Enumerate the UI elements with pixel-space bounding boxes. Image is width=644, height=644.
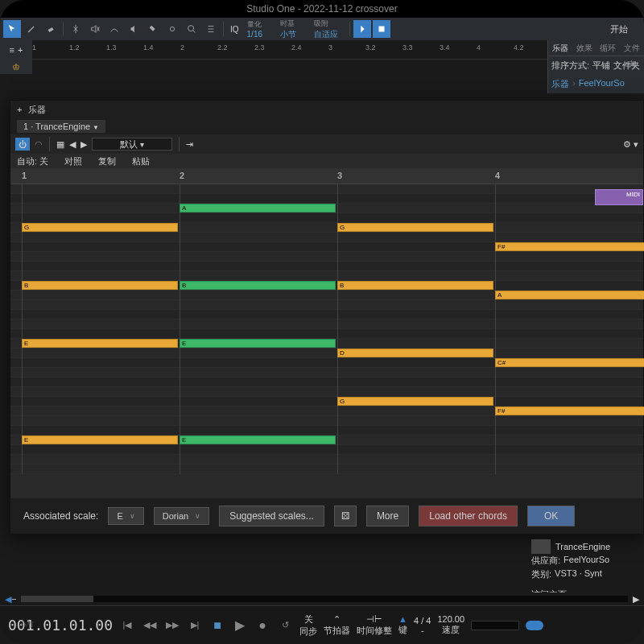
pin-button[interactable]: ⇥ [186, 139, 193, 150]
load-chords-button[interactable]: Load other chords [419, 506, 518, 526]
zoom-tool[interactable] [183, 20, 200, 38]
snap-menu[interactable]: 吸附 自适应 [314, 19, 338, 40]
midi-note[interactable]: A [495, 291, 644, 299]
chord-editor[interactable]: 1234 GAGF#BBBAEEDC#GF#EE MIDI [10, 168, 643, 474]
compare-button[interactable]: 对照 [64, 155, 82, 167]
midi-note[interactable]: B [22, 281, 178, 290]
sort-flat[interactable]: 平铺 [592, 60, 610, 72]
bypass-button[interactable]: ◠ [35, 139, 43, 150]
bar-ruler[interactable]: 1234 [10, 168, 643, 184]
add-plugin-icon[interactable]: + [17, 105, 22, 114]
add-track-icon[interactable]: + [18, 45, 23, 55]
timesig-display[interactable]: 4 / 4- [414, 616, 431, 635]
stop-button[interactable]: ■ [209, 617, 225, 634]
draw-tool[interactable] [23, 20, 40, 38]
listen-tool[interactable] [125, 20, 142, 38]
play-button[interactable]: ▶ [232, 617, 248, 634]
ruler-tick: 1.2 [69, 43, 80, 52]
global-icon[interactable]: ≡ [10, 45, 14, 55]
marker-icon[interactable]: ♔ [12, 62, 20, 72]
chevron-down-icon[interactable]: ▼ [93, 124, 99, 131]
mute-tool[interactable] [86, 20, 104, 38]
ruler-tick: 3.3 [402, 43, 413, 52]
root-note-dropdown[interactable]: E∨ [108, 507, 143, 525]
midi-note[interactable]: B [337, 281, 493, 290]
key-display[interactable]: ▲键 [398, 614, 407, 636]
copy-button[interactable]: 复制 [98, 155, 116, 167]
paint-tool[interactable] [144, 20, 162, 38]
browser-panel: 乐器 效果 循环 文件夹 排序方式: 平铺 文件夹 乐器 › FeelYourS… [547, 40, 644, 93]
bend-tool[interactable] [105, 20, 123, 38]
midi-note[interactable]: G [337, 397, 493, 406]
midi-note[interactable]: A [180, 204, 336, 213]
scrollbar-thumb[interactable] [21, 596, 93, 602]
scroll-right-icon[interactable]: ▶ [633, 594, 639, 605]
transport-bar: 001.01.01.00 小节 |◀ ◀◀ ▶▶ ▶| ■ ▶ ● ↺ 关同步 … [0, 605, 644, 644]
forward-end-button[interactable]: ▶| [187, 617, 203, 634]
sidechain-button[interactable]: ▦ [56, 139, 64, 150]
gear-icon[interactable]: ⚙ ▾ [623, 139, 638, 150]
midi-note[interactable]: G [337, 223, 493, 232]
master-toggle[interactable] [526, 621, 543, 630]
arrow-tool[interactable] [3, 20, 21, 38]
midi-clip[interactable]: MIDI [595, 189, 643, 205]
quantize-menu[interactable]: 量化 1/16 [247, 19, 262, 39]
track-controls[interactable]: ≡ + [0, 40, 32, 60]
crumb-instruments[interactable]: 乐器 [551, 78, 569, 90]
split-tool[interactable] [67, 20, 85, 38]
midi-note[interactable]: E [22, 436, 178, 444]
fast-forward-button[interactable]: ▶▶ [164, 617, 180, 634]
grid-row [10, 320, 643, 329]
browser-tab-effects[interactable]: 效果 [572, 40, 597, 56]
crumb-vendor[interactable]: FeelYourSo [579, 78, 625, 90]
timecode-unit[interactable]: 小节 [19, 620, 34, 630]
mode-dropdown[interactable]: Dorian∨ [154, 507, 209, 525]
action-tool[interactable] [163, 20, 181, 38]
ripple-button[interactable] [373, 20, 390, 38]
preset-dropdown[interactable]: 默认 ▾ [92, 138, 172, 151]
scroll-minus-icon[interactable]: − [11, 594, 16, 604]
midi-note[interactable]: F# [495, 407, 644, 415]
automation-label[interactable]: 自动: 关 [17, 155, 48, 167]
browser-tab-files[interactable]: 文件夹 [620, 40, 644, 56]
midi-note[interactable]: D [337, 349, 493, 357]
midi-note[interactable]: G [22, 223, 178, 232]
midi-note[interactable]: E [22, 339, 178, 348]
plugin-tab[interactable]: 1 · TranceEngine ▼ [17, 120, 105, 133]
browser-tab-instruments[interactable]: 乐器 [548, 40, 572, 56]
midi-note[interactable]: E [180, 339, 336, 348]
midi-note[interactable]: B [180, 281, 336, 290]
midi-note[interactable]: E [180, 436, 336, 444]
power-button[interactable]: ⏻ [15, 138, 30, 151]
metronome-button[interactable]: ⌃节拍器 [324, 614, 350, 637]
browser-tab-loops[interactable]: 循环 [597, 40, 621, 56]
sort-folder[interactable]: 文件夹 [613, 60, 640, 72]
midi-note[interactable]: C# [495, 358, 644, 367]
ruler-tick: 2.2 [217, 43, 228, 52]
midi-note[interactable]: F# [495, 242, 644, 251]
strip-tool[interactable] [202, 20, 220, 38]
start-page-button[interactable]: 开始 [597, 20, 641, 39]
more-button[interactable]: More [366, 506, 409, 526]
rewind-button[interactable]: |◀ [119, 617, 135, 634]
loop-button[interactable]: ↺ [277, 617, 293, 634]
note-grid[interactable]: GAGF#BBBAEEDC#GF#EE [10, 184, 643, 474]
iq-button[interactable]: IQ [227, 20, 242, 38]
tempo-display[interactable]: 120.00速度 [437, 614, 464, 636]
sync-toggle[interactable]: 关同步 [299, 613, 317, 638]
scroll-left-icon[interactable]: ◀ [5, 594, 11, 605]
horizontal-scrollbar[interactable] [21, 596, 628, 602]
autoscroll-button[interactable] [353, 20, 371, 38]
ok-button[interactable]: OK [527, 506, 575, 526]
suggested-scales-button[interactable]: Suggested scales... [219, 506, 324, 526]
prev-preset-button[interactable]: ◀ [69, 139, 76, 150]
dice-button[interactable]: ⚄ [334, 506, 357, 526]
erase-tool[interactable] [42, 20, 60, 38]
fast-rewind-button[interactable]: ◀◀ [142, 617, 158, 634]
timebase-menu[interactable]: 时基 小节 [280, 19, 296, 40]
meter-display [471, 621, 519, 630]
precount-button[interactable]: ⊣⊢时间修整 [357, 614, 392, 637]
paste-button[interactable]: 粘贴 [132, 155, 150, 167]
record-button[interactable]: ● [254, 617, 270, 634]
next-preset-button[interactable]: ▶ [80, 139, 87, 150]
